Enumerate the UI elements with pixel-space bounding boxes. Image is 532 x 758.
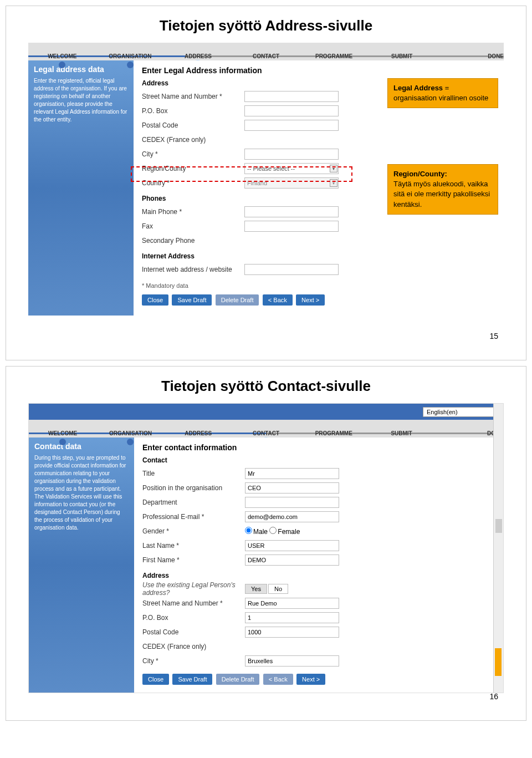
yes-button[interactable]: Yes	[245, 584, 267, 594]
sidebar-title: Contact data	[34, 442, 129, 451]
next-button[interactable]: Next >	[296, 674, 325, 685]
back-button[interactable]: < Back	[263, 674, 293, 685]
label-email: Professional E-mail *	[142, 513, 245, 521]
input-position[interactable]	[245, 482, 339, 494]
input-street[interactable]	[245, 598, 339, 609]
mandatory-note: * Mandatory data	[142, 282, 495, 289]
label-city: City *	[142, 657, 245, 665]
label-mainphone: Main Phone *	[142, 208, 244, 216]
slide-address: Tietojen syöttö Address-sivulle Legal Ad…	[6, 6, 526, 360]
label-postal: Postal Code	[142, 121, 244, 129]
save-draft-button[interactable]: Save Draft	[172, 294, 212, 306]
scrollbar[interactable]	[493, 404, 503, 693]
language-bar: English(en)	[29, 404, 503, 420]
input-street[interactable]	[244, 91, 339, 102]
section-internet: Internet Address	[142, 252, 495, 260]
save-draft-button[interactable]: Save Draft	[172, 674, 212, 685]
section-address: Address	[142, 572, 495, 579]
label-secphone: Secondary Phone	[142, 237, 244, 245]
label-lastname: Last Name *	[142, 542, 245, 550]
label-city: City *	[142, 150, 244, 158]
button-bar: Close Save Draft Delete Draft < Back Nex…	[142, 294, 495, 306]
highlight-region	[131, 166, 352, 182]
radio-male[interactable]	[245, 527, 252, 534]
input-postal[interactable]	[245, 627, 339, 638]
input-city[interactable]	[244, 149, 339, 160]
label-pobox: P.O. Box	[142, 107, 244, 115]
main-form: Enter contact information Contact Title …	[134, 437, 503, 693]
sidebar: Legal address data Enter the registered,…	[28, 60, 134, 316]
button-bar: Close Save Draft Delete Draft < Back Nex…	[142, 674, 495, 685]
progress-bar: WELCOME ORGANISATION ADDRESS CONTACT PRO…	[28, 43, 504, 60]
label-website: Internet web address / website	[142, 266, 244, 273]
radio-female[interactable]	[269, 527, 277, 534]
sidebar: Contact data During this step, you are p…	[29, 437, 134, 693]
close-button[interactable]: Close	[142, 294, 168, 306]
callout-legal-address: Legal Address = organisaation virallinen…	[387, 78, 498, 108]
input-email[interactable]	[245, 511, 339, 522]
input-pobox[interactable]	[245, 612, 339, 623]
callout-region-county: Region/County: Täytä myös aluekoodi, vai…	[387, 164, 498, 215]
sidebar-text: Enter the registered, official legal add…	[34, 77, 128, 124]
input-postal[interactable]	[244, 120, 339, 131]
content-area: Contact data During this step, you are p…	[29, 437, 503, 693]
label-title: Title	[142, 470, 245, 477]
input-fax[interactable]	[244, 221, 339, 232]
sidebar-title: Legal address data	[34, 65, 128, 74]
progress-bar: WELCOME ORGANISATION ADDRESS CONTACT PRO…	[29, 420, 503, 437]
input-mainphone[interactable]	[244, 206, 339, 217]
slide-contact: Tietojen syöttö Contact-sivulle Contact …	[6, 366, 526, 721]
sidebar-text: During this step, you are prompted to pr…	[34, 454, 129, 532]
input-title[interactable]	[245, 468, 339, 479]
form-wrap-contact: English(en) WELCOME ORGANISATION ADDRESS…	[28, 403, 504, 693]
page-number: 16	[489, 692, 498, 701]
input-city[interactable]	[245, 655, 339, 667]
form-title: Enter contact information	[142, 443, 495, 452]
input-department[interactable]	[245, 497, 339, 508]
input-website[interactable]	[244, 264, 339, 275]
label-street: Street Name and Number *	[142, 599, 245, 607]
label-firstname: First Name *	[142, 556, 245, 564]
input-pobox[interactable]	[244, 105, 339, 116]
page-number: 15	[489, 332, 498, 340]
label-street: Street Name and Number *	[142, 93, 244, 100]
label-postal: Postal Code	[142, 628, 245, 636]
label-cedex: CEDEX (France only)	[142, 136, 244, 144]
label-gender: Gender *	[142, 527, 245, 535]
label-pobox: P.O. Box	[142, 614, 245, 622]
back-button[interactable]: < Back	[263, 294, 293, 306]
delete-draft-button[interactable]: Delete Draft	[216, 294, 259, 306]
close-button[interactable]: Close	[142, 674, 169, 685]
input-lastname[interactable]	[245, 540, 339, 551]
label-useexisting: Use the existing Legal Person's address?	[142, 581, 245, 597]
language-select[interactable]: English(en)	[423, 407, 500, 417]
label-fax: Fax	[142, 222, 244, 230]
input-firstname[interactable]	[245, 554, 339, 566]
label-cedex: CEDEX (France only)	[142, 643, 245, 650]
label-position: Position in the organisation	[142, 484, 245, 492]
section-contact: Contact	[142, 456, 495, 464]
label-department: Department	[142, 498, 245, 506]
no-button[interactable]: No	[268, 584, 288, 594]
next-button[interactable]: Next >	[296, 294, 325, 306]
delete-draft-button[interactable]: Delete Draft	[216, 674, 260, 685]
slide-title: Tietojen syöttö Address-sivulle	[28, 17, 504, 34]
form-title: Enter Legal Address information	[142, 66, 495, 75]
slide-title: Tietojen syöttö Contact-sivulle	[28, 378, 504, 395]
